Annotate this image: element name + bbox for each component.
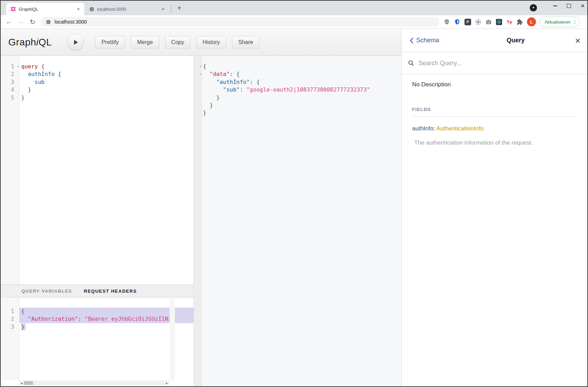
p-extension-icon[interactable]: P (464, 18, 471, 26)
request-headers-editor[interactable]: 123 { "Authorization": "Bearer eyJhbGciO… (0, 298, 194, 380)
copy-button[interactable]: Copy (165, 36, 190, 49)
avatar[interactable]: L (527, 17, 536, 26)
graphiql-button-row: Prettify Merge Copy History Share (95, 36, 259, 49)
code-line: { (19, 308, 194, 315)
prettify-button[interactable]: Prettify (95, 36, 125, 49)
query-editor[interactable]: 1▾2345 query { authInfo { sub }} (0, 56, 194, 284)
doc-explorer-header: Schema Query × (402, 29, 588, 52)
code-line: } (19, 86, 194, 94)
update-button-label: Aktualisieren (545, 19, 570, 25)
tab-title: localhost:3000 (97, 7, 160, 12)
result-fold-gutter: ▾▾ (194, 56, 202, 386)
tab-query-variables[interactable]: QUERY VARIABLES (22, 289, 72, 294)
code-line: "data": { (202, 70, 401, 78)
code-line: } (202, 94, 401, 102)
doc-close-icon[interactable]: × (570, 37, 580, 44)
line-number: 3 (0, 78, 19, 86)
window-close-icon[interactable]: × (581, 3, 585, 9)
react-devtools-icon[interactable] (495, 18, 503, 26)
code-line: sub (19, 78, 194, 86)
graphql-favicon-icon (10, 6, 16, 12)
fold-gutter-row (194, 109, 202, 117)
result-viewer: ▾▾ { "data": { "authInfo": { "sub": "goo… (194, 56, 401, 386)
reload-icon[interactable]: ↻ (30, 18, 35, 26)
tampermonkey-icon[interactable]: Tp (506, 18, 513, 26)
password-manager-icon[interactable] (454, 18, 461, 26)
doc-field-row: authInfo: AuthenticationInfo (412, 125, 578, 132)
doc-field-description: The authentication information of the re… (412, 139, 578, 146)
browser-tab-strip: GraphiQL × localhost:3000 × + ▾ × (0, 0, 588, 15)
code-line: "authInfo": { (202, 78, 401, 86)
doc-search-input[interactable] (418, 59, 582, 67)
line-number: 2 (0, 315, 19, 323)
doc-body: No Description FIELDS authInfo: Authenti… (402, 81, 588, 146)
fold-arrow-icon[interactable]: ▾ (199, 63, 202, 70)
window-controls: × (553, 1, 585, 11)
tab-close-icon[interactable]: × (75, 6, 82, 12)
back-icon[interactable]: ← (6, 18, 12, 26)
code-line: "sub": "google-oauth2|108377380082777232… (202, 86, 401, 94)
globe-icon (46, 19, 51, 25)
line-number: 1▾ (0, 63, 19, 70)
doc-field-name-link[interactable]: authInfo (412, 125, 433, 132)
scroll-left-icon[interactable]: ◂ (19, 381, 24, 385)
scrollbar-thumb[interactable] (24, 381, 33, 385)
code-line: } (202, 109, 401, 117)
tab-separator (171, 6, 171, 12)
browser-tab-graphiql[interactable]: GraphiQL × (6, 3, 84, 15)
line-number: 1 (0, 308, 19, 315)
query-editor-gutter: 1▾2345 (0, 56, 19, 284)
headers-horizontal-scrollbar[interactable]: ◂ ▸ (19, 380, 169, 386)
tab-request-headers[interactable]: REQUEST HEADERS (84, 289, 137, 294)
doc-field-type-link[interactable]: AuthenticationInfo (436, 125, 484, 132)
fold-gutter-row (194, 78, 202, 86)
doc-search-row (402, 52, 588, 74)
graphiql-logo: GraphiQL (8, 37, 52, 48)
maximize-icon[interactable] (567, 4, 571, 8)
fold-gutter-row: ▾ (194, 70, 202, 78)
code-line: authInfo { (19, 70, 194, 78)
line-number: 4 (0, 86, 19, 94)
doc-explorer-panel: Schema Query × No Description FIELDS aut… (401, 29, 588, 386)
update-button[interactable]: Aktualisieren ⋮ (539, 17, 580, 27)
globe-icon (89, 7, 94, 12)
fold-arrow-icon[interactable]: ▾ (17, 63, 19, 70)
doc-back-link[interactable]: Schema (409, 37, 461, 44)
tab-close-icon[interactable]: × (160, 6, 166, 12)
line-number: 5 (0, 94, 19, 102)
code-line: query { (19, 63, 194, 70)
variables-tab-bar: QUERY VARIABLES REQUEST HEADERS (0, 284, 194, 298)
svg-text:U0: U0 (446, 21, 449, 23)
result-viewer-code: { "data": { "authInfo": { "sub": "google… (202, 56, 401, 386)
code-line: } (202, 102, 401, 109)
shield-extension-icon[interactable]: U0 (443, 18, 451, 26)
minimize-icon[interactable] (553, 6, 557, 6)
play-icon (73, 39, 79, 45)
scroll-right-icon[interactable]: ▸ (164, 381, 169, 385)
browser-window: GraphiQL × localhost:3000 × + ▾ × ← → ↻ (0, 0, 588, 387)
new-tab-button[interactable]: + (174, 3, 184, 13)
kebab-menu-icon: ⋮ (572, 19, 577, 25)
line-number: 3 (0, 323, 19, 331)
extensions-menu-icon[interactable] (516, 18, 523, 26)
browser-tab-localhost[interactable]: localhost:3000 × (86, 3, 169, 15)
code-line: { (202, 63, 401, 70)
fold-gutter-row (194, 102, 202, 109)
address-bar[interactable]: localhost:3000 (41, 17, 439, 27)
headers-editor-code[interactable]: { "Authorization": "Bearer eyJhbGciOiJSU… (19, 298, 194, 380)
graphiql-topbar: GraphiQL Prettify Merge Copy History Sha… (0, 29, 401, 56)
crosshair-extension-icon[interactable] (475, 18, 482, 26)
headers-vertical-scrollbar[interactable] (170, 298, 175, 380)
merge-button[interactable]: Merge (131, 36, 159, 49)
camera-extension-icon[interactable] (485, 18, 492, 26)
chevron-left-icon (409, 37, 414, 44)
history-button[interactable]: History (196, 36, 226, 49)
scrollbar-track[interactable] (24, 380, 164, 386)
fold-arrow-icon[interactable]: ▾ (199, 70, 202, 78)
code-line: "Authorization": "Bearer eyJhbGciOiJSUzI… (19, 315, 194, 323)
doc-no-description: No Description (412, 81, 578, 88)
execute-query-button[interactable] (67, 34, 84, 51)
share-button[interactable]: Share (232, 36, 259, 49)
media-controls-button[interactable]: ▾ (530, 4, 537, 11)
query-editor-code[interactable]: query { authInfo { sub }} (19, 56, 194, 284)
